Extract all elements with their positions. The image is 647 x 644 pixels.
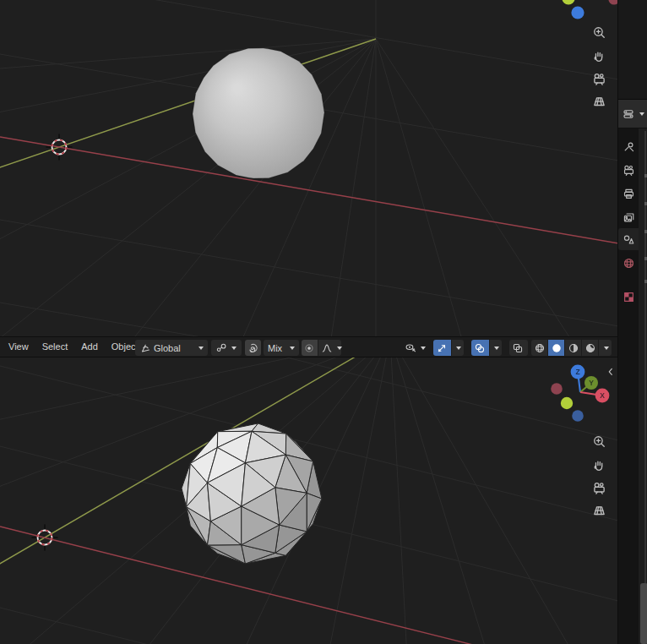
orientation-icon (139, 342, 151, 354)
chevron-down-icon (198, 347, 204, 350)
rendered-sphere-icon (584, 342, 596, 354)
sidebar-toggle-chevron[interactable] (605, 366, 617, 378)
panel-scrollbar-thumb[interactable] (640, 583, 647, 644)
outliner-area (618, 0, 647, 100)
tab-scene[interactable] (618, 228, 639, 250)
overlays-dropdown[interactable] (490, 340, 502, 356)
proportional-editing-toggle[interactable] (302, 340, 318, 356)
menu-add[interactable]: Add (74, 339, 105, 354)
chevron-down-icon (337, 347, 342, 350)
menu-view[interactable]: View (2, 339, 35, 354)
tab-view-layer[interactable] (618, 206, 639, 228)
chevron-down-icon (421, 347, 426, 350)
gizmo-arrows-icon (436, 342, 448, 354)
chevron-down-icon (290, 347, 295, 350)
snap-toggle-button[interactable] (245, 340, 261, 356)
solid-sphere-icon (551, 342, 563, 354)
tab-render[interactable] (618, 159, 639, 181)
menu-bar: View Select Add Object (2, 339, 145, 354)
menu-select[interactable]: Select (35, 339, 75, 354)
chevron-down-icon (456, 347, 461, 350)
camera-view-icon[interactable] (591, 480, 606, 495)
tab-world[interactable] (618, 252, 639, 274)
pan-icon[interactable] (591, 457, 606, 472)
perspective-grid-icon[interactable] (591, 503, 606, 518)
chevron-down-icon (494, 347, 499, 350)
viewport-header: View Select Add Object Global (0, 336, 617, 357)
shading-wireframe-button[interactable] (531, 340, 547, 356)
viewport-top[interactable] (0, 0, 617, 336)
chevron-down-icon (639, 112, 644, 116)
falloff-curve-icon (321, 342, 333, 354)
shading-rendered-button[interactable] (582, 340, 598, 356)
blend-mode-dropdown[interactable]: Mix (264, 340, 299, 356)
xray-icon (512, 342, 524, 354)
viewport-canvas-top[interactable] (0, 0, 617, 336)
proportional-dot-icon (303, 342, 315, 354)
chevron-left-icon (605, 366, 617, 378)
shading-material-button[interactable] (565, 340, 581, 356)
orientation-value: Global (154, 343, 194, 353)
pan-icon[interactable] (591, 48, 606, 63)
perspective-grid-icon[interactable] (591, 94, 606, 109)
panel-scrollbar-track[interactable] (644, 131, 646, 644)
transform-orientation-dropdown[interactable]: Global (135, 340, 208, 356)
chevron-down-icon (231, 347, 237, 350)
pivot-point-dropdown[interactable] (211, 340, 242, 356)
snap-swirl-icon (247, 342, 258, 354)
properties-sliders-icon (623, 108, 634, 120)
properties-panel (617, 0, 647, 644)
xray-toggle[interactable] (509, 340, 528, 356)
viewport-bottom[interactable]: ZYX (0, 357, 617, 644)
properties-tab-strip (618, 128, 639, 644)
shading-dropdown[interactable] (599, 340, 612, 356)
blend-mode-value: Mix (268, 343, 285, 353)
shading-solid-button[interactable] (548, 340, 564, 356)
eye-pointer-icon (405, 342, 416, 354)
chevron-down-icon (604, 347, 609, 350)
show-gizmos-toggle[interactable] (433, 340, 451, 356)
shading-mode-group (531, 340, 612, 356)
blender-window: View Select Add Object Global (0, 0, 647, 644)
zoom-icon[interactable] (591, 434, 606, 449)
wireframe-sphere-icon (534, 342, 546, 354)
pivot-icon (215, 342, 227, 354)
gizmos-dropdown[interactable] (452, 340, 464, 356)
tab-tool[interactable] (618, 135, 639, 157)
properties-editor-header[interactable] (618, 100, 647, 128)
camera-view-icon[interactable] (591, 71, 606, 86)
object-visibility-dropdown[interactable] (403, 340, 432, 356)
overlays-icon (474, 342, 486, 354)
tab-output[interactable] (618, 183, 639, 205)
show-overlays-toggle[interactable] (471, 340, 489, 356)
material-sphere-icon (568, 342, 579, 354)
tab-texture[interactable] (618, 286, 639, 308)
zoom-icon[interactable] (591, 25, 606, 40)
proportional-falloff-dropdown[interactable] (318, 340, 341, 356)
viewport-canvas-bottom[interactable] (0, 357, 617, 644)
